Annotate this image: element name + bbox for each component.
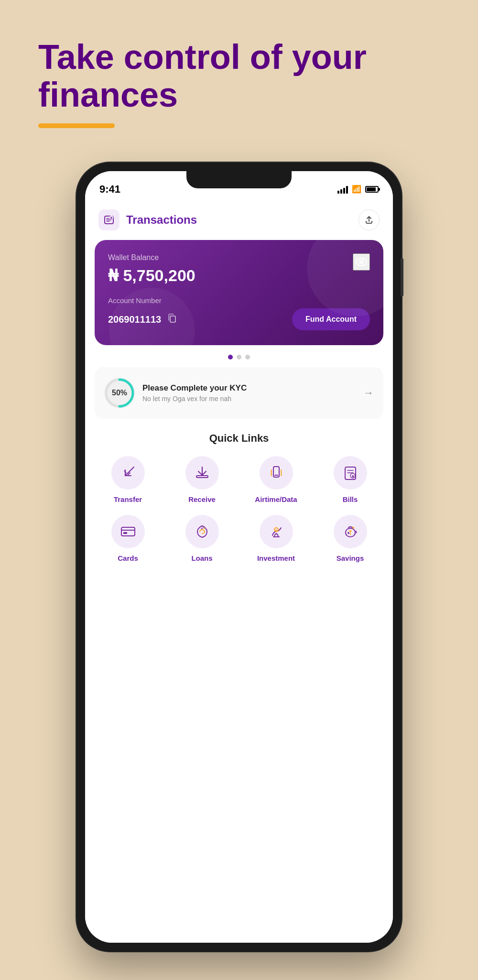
quick-link-airtime[interactable]: Airtime/Data: [243, 456, 309, 503]
svg-point-27: [204, 528, 205, 529]
cards-icon-bg: [111, 515, 145, 548]
bills-icon: ₦: [343, 465, 358, 480]
share-icon: [365, 216, 373, 224]
cards-icon: [120, 525, 136, 538]
quick-links-section: Quick Links: [85, 419, 393, 562]
bills-label: Bills: [343, 495, 358, 503]
phone-mockup: 9:41 📶: [76, 163, 402, 951]
loans-icon: [195, 524, 210, 539]
headline-title: Take control of your finances: [38, 38, 440, 114]
savings-label: Savings: [337, 554, 364, 562]
dot-2: [237, 355, 241, 359]
dot-1: [228, 355, 233, 359]
card-dots-indicator: [85, 345, 393, 367]
header-left: ₦ Transactions: [98, 209, 197, 230]
wallet-balance-label: Wallet Balance: [108, 253, 370, 262]
wifi-icon: 📶: [352, 185, 361, 194]
page-background: Take control of your finances 9:41: [0, 0, 478, 980]
wallet-amount: ₦ 5,750,200: [108, 266, 370, 285]
kyc-arrow-icon[interactable]: →: [363, 387, 374, 399]
battery-icon: [365, 186, 379, 193]
quick-link-loans[interactable]: Loans: [169, 515, 235, 562]
wallet-account-number: 2069011113: [108, 314, 161, 325]
quick-link-savings[interactable]: Savings: [317, 515, 383, 562]
phone-frame: 9:41 📶: [76, 163, 402, 951]
headline-section: Take control of your finances: [0, 0, 478, 147]
phone-notch: [186, 171, 292, 188]
share-button[interactable]: [358, 209, 380, 230]
investment-label: Investment: [257, 554, 295, 562]
headline-underline: [38, 123, 115, 128]
svg-point-8: [360, 261, 362, 263]
quick-links-row2: Cards: [95, 515, 383, 562]
header-title: Transactions: [126, 213, 197, 227]
toggle-balance-button[interactable]: [353, 253, 370, 271]
dot-3: [245, 355, 250, 359]
receive-label: Receive: [188, 495, 216, 503]
quick-link-bills[interactable]: ₦ Bills: [317, 456, 383, 503]
quick-links-title: Quick Links: [95, 432, 383, 445]
app-header: ₦ Transactions: [85, 200, 393, 240]
svg-text:₦: ₦: [110, 217, 112, 219]
quick-link-receive[interactable]: Receive: [169, 456, 235, 503]
svg-rect-9: [170, 316, 175, 322]
quick-link-investment[interactable]: ₦ Investment: [243, 515, 309, 562]
airtime-label: Airtime/Data: [255, 495, 297, 503]
svg-rect-24: [121, 527, 135, 536]
status-icons: 📶: [337, 185, 379, 194]
quick-link-cards[interactable]: Cards: [95, 515, 161, 562]
kyc-title: Please Complete your KYC: [142, 383, 356, 393]
svg-point-31: [348, 532, 349, 534]
app-content: ₦ Transactions: [85, 200, 393, 943]
airtime-icon-bg: [260, 456, 293, 490]
status-time: 9:41: [99, 183, 120, 196]
signal-bars-icon: [337, 185, 348, 194]
svg-rect-26: [123, 532, 127, 534]
svg-rect-15: [196, 476, 208, 478]
wallet-account-label: Account Number: [108, 296, 370, 305]
quick-links-row1: Transfer Receive: [95, 456, 383, 503]
phone-side-button: [401, 258, 403, 296]
savings-icon-bg: [334, 515, 367, 548]
wallet-card: Wallet Balance ₦ 5,750,200 Account Numbe…: [95, 240, 383, 345]
copy-icon-svg: [167, 314, 176, 323]
transactions-icon-bg: ₦: [98, 209, 120, 230]
kyc-banner[interactable]: 50% Please Complete your KYC No let my O…: [95, 367, 383, 419]
investment-icon-bg: ₦: [260, 515, 293, 548]
cards-label: Cards: [118, 554, 138, 562]
svg-point-34: [352, 527, 354, 529]
airtime-icon: [269, 465, 284, 480]
kyc-progress-circle: 50%: [104, 378, 135, 408]
wallet-bottom-row: 2069011113 Fund Account: [108, 308, 370, 330]
phone-screen: 9:41 📶: [85, 171, 393, 943]
transactions-icon: ₦: [104, 215, 114, 225]
kyc-percent: 50%: [112, 389, 127, 397]
eye-icon: [355, 258, 368, 266]
wallet-account-number-row: 2069011113: [108, 314, 176, 326]
receive-icon: [195, 465, 210, 480]
bills-icon-bg: ₦: [334, 456, 367, 490]
svg-line-12: [125, 467, 134, 476]
transfer-icon: [120, 465, 136, 480]
loans-label: Loans: [191, 554, 212, 562]
kyc-text: Please Complete your KYC No let my Oga v…: [142, 383, 356, 403]
transfer-label: Transfer: [114, 495, 142, 503]
fund-account-button[interactable]: Fund Account: [292, 308, 370, 330]
investment-icon: ₦: [269, 524, 284, 539]
copy-icon[interactable]: [167, 314, 176, 326]
loans-icon-bg: [185, 515, 219, 548]
transfer-icon-bg: [111, 456, 145, 490]
receive-icon-bg: [185, 456, 219, 490]
kyc-subtitle: No let my Oga vex for me nah: [142, 395, 356, 403]
quick-link-transfer[interactable]: Transfer: [95, 456, 161, 503]
savings-icon: [343, 524, 358, 539]
